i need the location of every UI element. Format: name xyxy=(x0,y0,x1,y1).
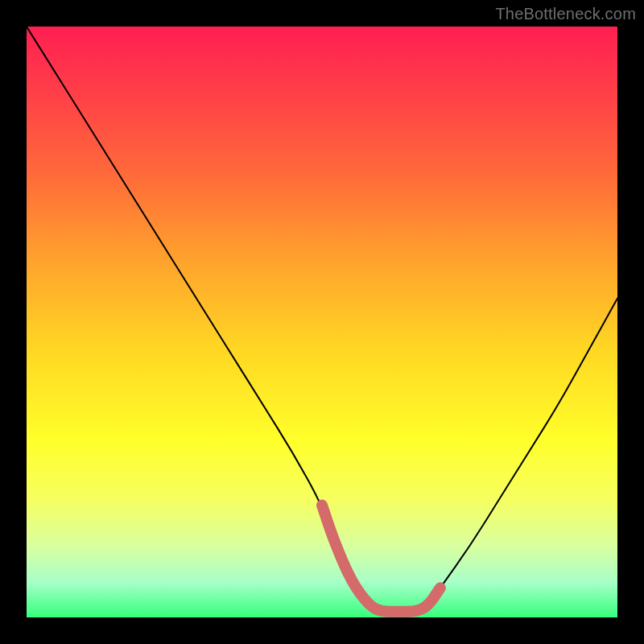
chart-frame: TheBottleneck.com xyxy=(0,0,644,644)
watermark-text: TheBottleneck.com xyxy=(495,5,636,23)
plot-area xyxy=(27,27,617,617)
bottleneck-curve xyxy=(27,27,617,617)
